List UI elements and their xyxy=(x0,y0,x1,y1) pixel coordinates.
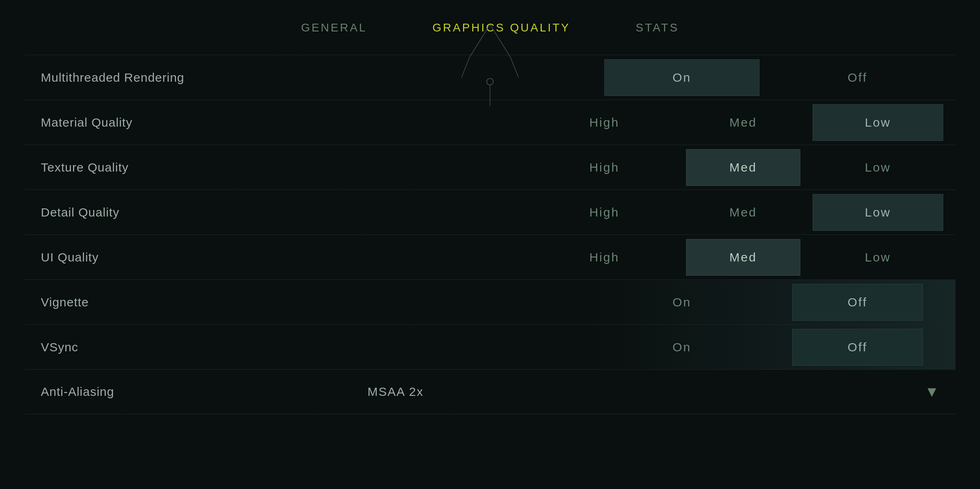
option-detail-high[interactable]: High xyxy=(547,194,662,231)
nav-tabs: GENERAL GRAPHICS QUALITY STATS xyxy=(0,0,980,42)
option-detail-med[interactable]: Med xyxy=(686,194,800,231)
tab-general[interactable]: GENERAL xyxy=(268,13,400,42)
option-material-low[interactable]: Low xyxy=(813,104,943,141)
option-texture-high[interactable]: High xyxy=(547,149,662,186)
anti-aliasing-value: MSAA 2x xyxy=(368,385,423,399)
setting-options-material: High Med Low xyxy=(359,104,956,141)
option-texture-low[interactable]: Low xyxy=(813,149,943,186)
setting-options-anti-aliasing: MSAA 2x ▼ xyxy=(359,385,956,399)
option-multithreaded-off[interactable]: Off xyxy=(800,59,915,96)
setting-options-vignette: On Off xyxy=(359,284,956,321)
setting-label-detail: Detail Quality xyxy=(24,197,359,228)
setting-detail-quality: Detail Quality High Med xyxy=(24,190,956,234)
option-vsync-on[interactable]: On xyxy=(604,329,760,366)
setting-options-multithreaded: On Off xyxy=(359,59,956,96)
setting-label-texture: Texture Quality xyxy=(24,152,359,183)
setting-ui-quality: UI Quality High Med xyxy=(24,234,956,279)
tab-graphics-quality[interactable]: GRAPHICS QUALITY xyxy=(400,13,603,42)
option-multithreaded-on[interactable]: On xyxy=(604,59,760,96)
setting-anti-aliasing: Anti-Aliasing MSAA 2x ▼ xyxy=(24,369,956,414)
option-vignette-off[interactable]: Off xyxy=(792,284,923,321)
setting-material-quality: Material Quality High Med xyxy=(24,100,956,145)
setting-vsync: VSync On Off xyxy=(24,324,956,369)
settings-area: Multithreaded Rendering On Off xyxy=(0,47,980,422)
setting-label-vsync: VSync xyxy=(24,332,359,362)
setting-options-texture: High Med Low xyxy=(359,149,956,186)
option-vsync-off[interactable]: Off xyxy=(792,329,923,366)
option-ui-med[interactable]: Med xyxy=(686,239,800,276)
option-texture-med[interactable]: Med xyxy=(686,149,800,186)
setting-label-material: Material Quality xyxy=(24,107,359,138)
option-material-high[interactable]: High xyxy=(547,104,662,141)
setting-label-ui: UI Quality xyxy=(24,242,359,272)
setting-options-detail: High Med Low xyxy=(359,194,956,231)
option-material-med[interactable]: Med xyxy=(686,104,800,141)
setting-label-multithreaded: Multithreaded Rendering xyxy=(24,63,359,93)
option-detail-low[interactable]: Low xyxy=(813,194,943,231)
setting-multithreaded-rendering: Multithreaded Rendering On Off xyxy=(24,55,956,100)
option-vignette-on[interactable]: On xyxy=(604,284,760,321)
setting-label-vignette: Vignette xyxy=(24,287,359,317)
dropdown-arrow-icon[interactable]: ▼ xyxy=(924,383,939,400)
setting-options-ui: High Med Low xyxy=(359,239,956,276)
setting-options-vsync: On Off xyxy=(359,329,956,366)
option-ui-low[interactable]: Low xyxy=(813,239,943,276)
setting-vignette: Vignette On Off xyxy=(24,279,956,324)
tab-stats[interactable]: STATS xyxy=(603,13,712,42)
option-ui-high[interactable]: High xyxy=(547,239,662,276)
setting-label-anti-aliasing: Anti-Aliasing xyxy=(24,377,359,407)
setting-texture-quality: Texture Quality High Med xyxy=(24,145,956,190)
